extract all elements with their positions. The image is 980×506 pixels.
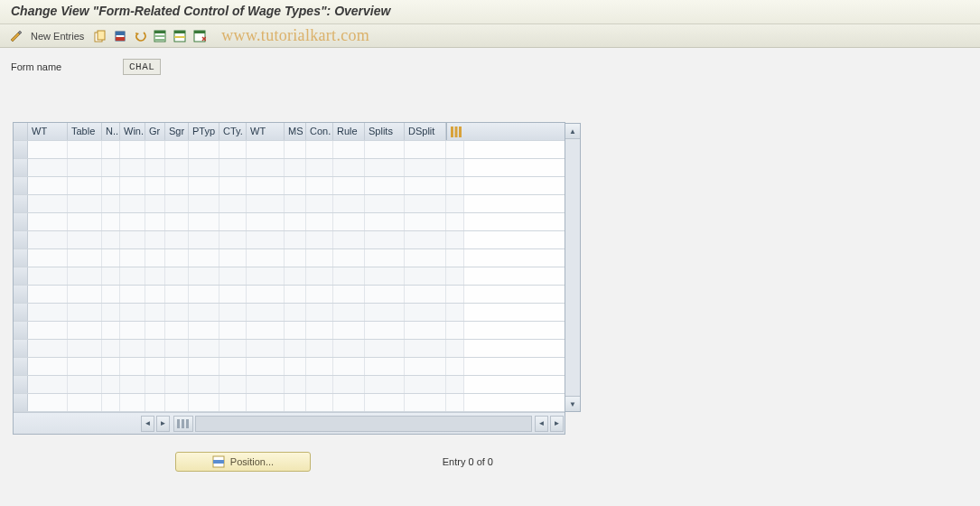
table-cell[interactable] — [120, 231, 145, 248]
table-cell[interactable] — [306, 394, 333, 411]
table-cell[interactable] — [219, 231, 247, 248]
table-cell[interactable] — [68, 195, 102, 212]
table-cell[interactable] — [120, 249, 145, 267]
table-cell[interactable] — [219, 286, 247, 303]
table-row[interactable] — [14, 267, 565, 286]
table-cell[interactable] — [145, 304, 165, 321]
table-cell[interactable] — [405, 340, 446, 357]
scroll-left-end-icon[interactable]: ◄ — [535, 416, 548, 432]
row-selector[interactable] — [14, 267, 28, 285]
table-cell[interactable] — [102, 159, 120, 176]
scroll-right-icon[interactable]: ► — [156, 416, 170, 432]
table-cell[interactable] — [333, 141, 365, 158]
table-cell[interactable] — [247, 267, 285, 285]
column-header-7[interactable]: CTy. — [219, 123, 247, 140]
table-cell[interactable] — [365, 195, 405, 212]
table-cell[interactable] — [285, 394, 306, 411]
table-cell[interactable] — [145, 195, 165, 212]
table-cell[interactable] — [145, 267, 165, 285]
table-cell[interactable] — [285, 304, 306, 321]
display-change-icon[interactable] — [7, 27, 25, 45]
table-cell[interactable] — [405, 267, 446, 285]
table-cell[interactable] — [247, 376, 285, 393]
table-cell[interactable] — [102, 340, 120, 357]
table-cell[interactable] — [285, 322, 306, 339]
table-cell[interactable] — [333, 286, 365, 303]
table-cell[interactable] — [306, 213, 333, 230]
table-row[interactable] — [14, 340, 565, 358]
table-cell[interactable] — [285, 213, 306, 230]
table-cell[interactable] — [405, 195, 446, 212]
table-cell[interactable] — [28, 286, 68, 303]
deselect-all-icon[interactable] — [191, 27, 209, 45]
table-cell[interactable] — [285, 177, 306, 194]
table-cell[interactable] — [189, 304, 219, 321]
table-cell[interactable] — [333, 322, 365, 339]
table-cell[interactable] — [365, 340, 405, 357]
table-cell[interactable] — [306, 358, 333, 375]
table-cell[interactable] — [219, 340, 247, 357]
table-cell[interactable] — [333, 159, 365, 176]
table-cell[interactable] — [165, 358, 189, 375]
new-entries-button[interactable]: New Entries — [31, 31, 84, 42]
table-cell[interactable] — [405, 376, 446, 393]
table-cell[interactable] — [102, 213, 120, 230]
table-cell[interactable] — [165, 177, 189, 194]
table-row[interactable] — [14, 394, 565, 412]
table-cell[interactable] — [219, 159, 247, 176]
table-cell[interactable] — [68, 376, 102, 393]
table-cell[interactable] — [102, 304, 120, 321]
table-cell[interactable] — [68, 141, 102, 158]
table-cell[interactable] — [102, 195, 120, 212]
table-cell[interactable] — [247, 159, 285, 176]
table-cell[interactable] — [165, 322, 189, 339]
table-cell[interactable] — [247, 394, 285, 411]
row-selector[interactable] — [14, 376, 28, 393]
table-cell[interactable] — [28, 394, 68, 411]
table-cell[interactable] — [219, 213, 247, 230]
table-cell[interactable] — [306, 376, 333, 393]
delete-icon[interactable] — [111, 27, 129, 45]
table-row[interactable] — [14, 286, 565, 304]
table-cell[interactable] — [219, 141, 247, 158]
table-cell[interactable] — [68, 358, 102, 375]
table-cell[interactable] — [165, 394, 189, 411]
column-header-9[interactable]: MS — [285, 123, 306, 140]
table-row[interactable] — [14, 195, 565, 213]
column-header-13[interactable]: DSplit — [405, 123, 446, 140]
table-cell[interactable] — [189, 195, 219, 212]
table-cell[interactable] — [405, 358, 446, 375]
table-cell[interactable] — [68, 159, 102, 176]
table-cell[interactable] — [333, 394, 365, 411]
column-header-10[interactable]: Con. — [306, 123, 333, 140]
table-cell[interactable] — [405, 304, 446, 321]
table-cell[interactable] — [165, 213, 189, 230]
table-cell[interactable] — [306, 340, 333, 357]
table-cell[interactable] — [68, 340, 102, 357]
table-cell[interactable] — [68, 213, 102, 230]
table-cell[interactable] — [189, 141, 219, 158]
table-cell[interactable] — [145, 358, 165, 375]
table-cell[interactable] — [365, 394, 405, 411]
table-cell[interactable] — [189, 249, 219, 267]
table-cell[interactable] — [102, 231, 120, 248]
table-cell[interactable] — [247, 249, 285, 267]
table-cell[interactable] — [285, 358, 306, 375]
table-cell[interactable] — [68, 394, 102, 411]
table-row[interactable] — [14, 159, 565, 177]
table-cell[interactable] — [405, 249, 446, 267]
table-cell[interactable] — [247, 322, 285, 339]
table-cell[interactable] — [333, 195, 365, 212]
table-row[interactable] — [14, 249, 565, 267]
table-cell[interactable] — [365, 177, 405, 194]
table-row[interactable] — [14, 322, 565, 340]
table-cell[interactable] — [405, 322, 446, 339]
column-header-8[interactable]: WT — [247, 123, 285, 140]
table-cell[interactable] — [120, 286, 145, 303]
table-cell[interactable] — [285, 195, 306, 212]
table-cell[interactable] — [120, 394, 145, 411]
row-selector[interactable] — [14, 322, 28, 339]
table-cell[interactable] — [365, 159, 405, 176]
table-cell[interactable] — [306, 304, 333, 321]
table-cell[interactable] — [145, 141, 165, 158]
